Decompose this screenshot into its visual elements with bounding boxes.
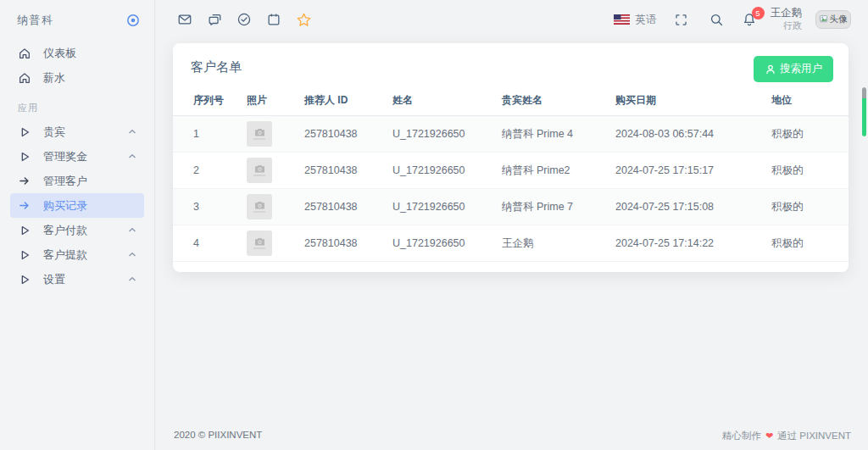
table-header-row: 序列号 照片 推荐人 ID 姓名 贵宾姓名 购买日期 地位 [173, 86, 849, 116]
sidebar-item-label: 设置 [43, 272, 65, 287]
home-icon [18, 70, 32, 85]
cell-serial: 4 [173, 225, 236, 262]
scrollbar-thumb[interactable] [862, 87, 866, 136]
search-user-button-label: 搜索用户 [780, 62, 822, 76]
notifications-button[interactable]: 5 [742, 12, 757, 28]
sidebar-item-vip[interactable]: 贵宾 [10, 119, 144, 144]
footer: 2020 © PIIXINVENT 精心制作 ❤ 通过 PIXINVENT [156, 430, 868, 450]
user-menu[interactable]: 王企鹅 行政 [771, 7, 803, 31]
cell-serial: 1 [173, 116, 236, 153]
us-flag-icon [614, 14, 630, 25]
cell-status: 积极的 [761, 153, 849, 189]
sidebar-item-label: 购买记录 [43, 198, 87, 214]
table-row: 3 257810438 U_1721926650 纳普科 Prime 7 202… [173, 189, 849, 225]
cell-photo [236, 189, 294, 225]
brand-row: 纳普科 [0, 0, 154, 41]
camera-icon [254, 164, 265, 173]
calendar-icon[interactable] [263, 8, 285, 31]
notification-badge: 5 [752, 7, 765, 19]
chevron-up-icon [128, 153, 136, 159]
cell-photo [236, 116, 294, 153]
camera-icon [254, 128, 265, 136]
cell-serial: 3 [173, 189, 236, 225]
sidebar-item-customer-payments[interactable]: 客户付款 [10, 218, 144, 242]
table-row: 4 257810438 U_1721926650 王企鹅 2024-07-25 … [173, 225, 849, 262]
check-circle-icon[interactable] [233, 8, 255, 31]
customer-list-card: 客户名单 搜索用户 序列号 照片 推荐人 ID 姓名 [173, 43, 849, 272]
arrow-right-icon [18, 198, 32, 213]
cell-referrer-id: 257810438 [294, 116, 382, 153]
cell-vip-name: 纳普科 Prime 7 [492, 189, 605, 225]
search-user-button[interactable]: 搜索用户 [754, 56, 833, 82]
cell-name: U_1721926650 [382, 189, 492, 225]
sidebar-menu: 仪表板 薪水 应用 贵宾 管理奖金 [0, 41, 154, 292]
chevron-up-icon [128, 129, 136, 135]
sidebar-item-dashboard[interactable]: 仪表板 [10, 41, 144, 65]
col-photo: 照片 [236, 86, 294, 116]
sidebar-section-label: 应用 [0, 90, 154, 119]
chevron-up-icon [128, 227, 136, 233]
cell-purchase-date: 2024-07-25 17:15:17 [605, 153, 761, 189]
star-icon[interactable] [292, 8, 314, 31]
sidebar-item-label: 贵宾 [43, 125, 65, 140]
sidebar-item-label: 管理奖金 [43, 149, 87, 164]
camera-icon [254, 237, 265, 246]
cell-purchase-date: 2024-07-25 17:14:22 [605, 225, 761, 262]
cell-vip-name: 纳普科 Prime 4 [492, 116, 605, 153]
caret-right-icon [18, 149, 32, 164]
broken-image-icon [820, 15, 829, 24]
col-name: 姓名 [382, 86, 492, 116]
table-row: 2 257810438 U_1721926650 纳普科 Prime2 2024… [173, 153, 849, 189]
cell-purchase-date: 2024-08-03 06:57:44 [605, 116, 761, 153]
footer-made-label: 精心制作 [722, 430, 761, 442]
camera-icon [254, 201, 265, 209]
col-serial: 序列号 [173, 86, 236, 116]
language-label: 英语 [636, 13, 657, 27]
col-referrer-id: 推荐人 ID [294, 86, 382, 116]
sidebar-item-label: 客户提款 [43, 247, 87, 263]
avatar[interactable]: 头像 [815, 10, 851, 29]
footer-copyright: 2020 © PIIXINVENT [174, 430, 262, 442]
cell-name: U_1721926650 [382, 153, 492, 189]
footer-credit: 精心制作 ❤ 通过 PIXINVENT [722, 430, 851, 442]
cell-referrer-id: 257810438 [294, 189, 382, 225]
scrollbar-thumb-bottom [862, 98, 866, 136]
mail-icon[interactable] [174, 8, 196, 31]
sidebar-item-customer-withdrawals[interactable]: 客户提款 [10, 242, 144, 267]
photo-placeholder [247, 158, 272, 183]
topbar: 英语 5 王企鹅 行政 头像 [156, 0, 868, 39]
cell-name: U_1721926650 [382, 116, 492, 153]
sidebar-item-settings[interactable]: 设置 [10, 267, 144, 292]
cell-purchase-date: 2024-07-25 17:15:08 [605, 189, 761, 225]
chat-icon[interactable] [203, 8, 225, 31]
sidebar: 纳普科 仪表板 薪水 应用 贵宾 [0, 0, 155, 450]
sidebar-item-manage-bonus[interactable]: 管理奖金 [10, 144, 144, 169]
sidebar-toggle-icon[interactable] [126, 14, 140, 27]
sidebar-item-salary[interactable]: 薪水 [10, 65, 144, 90]
caret-right-icon [18, 247, 32, 262]
cell-status: 积极的 [761, 189, 849, 225]
cell-photo [236, 153, 294, 189]
search-icon[interactable] [706, 8, 728, 31]
photo-placeholder [247, 121, 272, 147]
arrow-right-icon [18, 174, 32, 188]
caret-right-icon [18, 272, 32, 286]
cell-vip-name: 纳普科 Prime2 [492, 153, 605, 189]
language-selector[interactable]: 英语 [614, 13, 657, 27]
page-title: 客户名单 [191, 56, 242, 75]
topbar-controls: 英语 5 王企鹅 行政 头像 [614, 7, 852, 31]
photo-placeholder [247, 194, 272, 219]
cell-referrer-id: 257810438 [294, 225, 382, 262]
cell-status: 积极的 [761, 116, 849, 153]
fullscreen-icon[interactable] [670, 8, 693, 31]
photo-placeholder [247, 231, 272, 256]
topbar-shortcuts [174, 8, 314, 31]
user-name: 王企鹅 [771, 7, 803, 20]
sidebar-item-purchase-records[interactable]: 购买记录 [10, 193, 144, 218]
sidebar-item-manage-customers[interactable]: 管理客户 [10, 169, 144, 193]
content: 客户名单 搜索用户 序列号 照片 推荐人 ID 姓名 [156, 39, 868, 272]
cell-referrer-id: 257810438 [294, 153, 382, 189]
home-icon [18, 46, 32, 60]
col-status: 地位 [761, 86, 849, 116]
sidebar-item-label: 仪表板 [43, 46, 76, 61]
